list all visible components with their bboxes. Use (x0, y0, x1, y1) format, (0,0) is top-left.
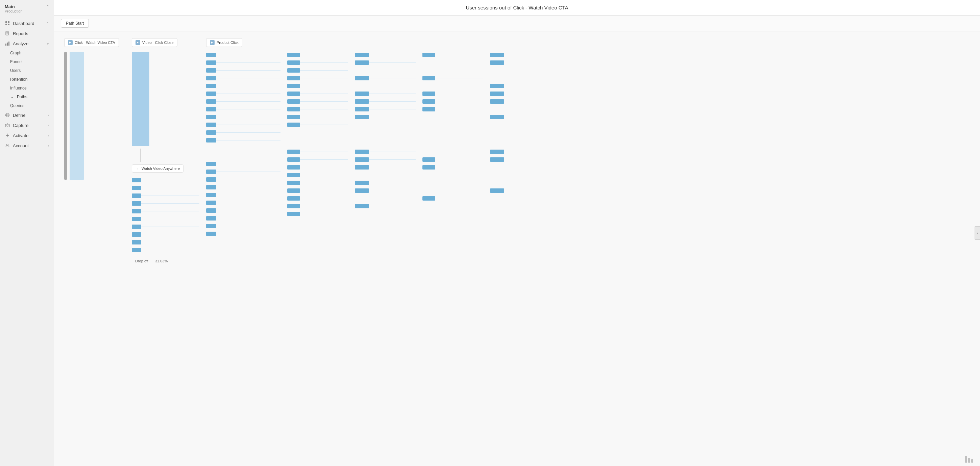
row-item (422, 195, 483, 201)
row-item (490, 114, 551, 120)
viz-layout: → Watch Video Anywhere (61, 52, 973, 265)
row-line (141, 203, 199, 204)
row-block (422, 157, 435, 162)
row-item (206, 207, 280, 213)
sidebar-item-reports[interactable]: Reports (0, 29, 54, 38)
row-line (369, 55, 416, 55)
camera-icon (5, 122, 10, 128)
row-item (422, 52, 483, 58)
row-item (206, 98, 280, 105)
row-item (355, 114, 416, 120)
col5-gap (355, 128, 416, 149)
svg-point-13 (7, 115, 8, 116)
row-item (206, 106, 280, 112)
flow-wrapper: Click - Watch Video CTA Video - Click Cl… (61, 35, 973, 268)
node2-icon (135, 40, 140, 45)
row-block (206, 107, 216, 111)
sidebar-item-dashboard[interactable]: Dashboard ⌃ (0, 18, 54, 29)
row-line (369, 62, 416, 63)
col7-gap (490, 128, 551, 149)
sidebar-item-paths[interactable]: → Paths (0, 92, 54, 101)
row-item (355, 59, 416, 65)
col4-rows-lower (287, 149, 348, 217)
sidebar-graph-label: Graph (10, 51, 21, 55)
row-item (355, 98, 416, 105)
right-collapse-button[interactable]: › (975, 226, 980, 240)
row-block (206, 224, 216, 228)
row-line (300, 94, 348, 94)
row-item (355, 67, 416, 73)
row-block (206, 122, 216, 127)
row-item (355, 156, 416, 162)
sidebar-item-graph[interactable]: Graph (0, 49, 54, 57)
row-line (300, 78, 348, 78)
row-item (287, 114, 348, 120)
sidebar-item-users[interactable]: Users (0, 66, 54, 75)
col3-header: Product Click (203, 38, 284, 49)
node4-header: → Watch Video Anywhere (132, 165, 183, 173)
row-block (287, 122, 300, 127)
row-item (490, 67, 551, 73)
row-block (206, 84, 216, 88)
sidebar-item-capture[interactable]: Capture › (0, 120, 54, 130)
sidebar-item-funnel[interactable]: Funnel (0, 57, 54, 66)
sidebar-item-account[interactable]: Account › (0, 141, 54, 151)
row-item (132, 216, 199, 222)
sidebar-item-retention[interactable]: Retention (0, 75, 54, 84)
sidebar-item-define[interactable]: Define › (0, 110, 54, 120)
row-item (287, 52, 348, 58)
svg-rect-14 (5, 124, 10, 127)
row-item (206, 215, 280, 221)
row-item (132, 223, 199, 230)
row-item (206, 161, 280, 167)
col2-separator (140, 149, 141, 162)
row-block (287, 107, 300, 111)
row-line (300, 152, 348, 152)
sidebar-item-analyze[interactable]: Analyze ∨ (0, 38, 54, 49)
row-item (287, 59, 348, 65)
row-block (490, 157, 504, 162)
row-item (355, 106, 416, 112)
row-item (132, 200, 199, 206)
col2-rows: → Watch Video Anywhere (132, 52, 199, 254)
row-item (287, 75, 348, 81)
row-item (206, 223, 280, 229)
row-line (300, 86, 348, 86)
svg-rect-0 (5, 21, 7, 23)
sidebar-main[interactable]: Main ⌃ (5, 4, 49, 9)
row-item (287, 156, 348, 162)
row-block (287, 204, 300, 208)
row-item (490, 52, 551, 58)
row-block (206, 216, 216, 220)
row-block (206, 170, 216, 174)
canvas-area[interactable]: Click - Watch Video CTA Video - Click Cl… (54, 32, 980, 466)
row-block (355, 165, 369, 170)
node4-label: Watch Video Anywhere (142, 166, 180, 171)
path-start-button[interactable]: Path Start (61, 19, 89, 28)
row-line (300, 159, 348, 160)
row-item (287, 67, 348, 73)
row-item (206, 59, 280, 65)
node2-header: Video - Click Close (132, 38, 177, 47)
row-block (132, 201, 141, 206)
row-item (490, 164, 551, 170)
row-item (490, 149, 551, 155)
row-line (216, 125, 280, 125)
row-block (287, 99, 300, 104)
row-block (355, 107, 369, 111)
row-item (206, 200, 280, 206)
bottom-logo (965, 456, 973, 463)
row-item (287, 203, 348, 209)
sidebar-item-activate[interactable]: Activate › (0, 130, 54, 141)
row-item (206, 114, 280, 120)
sidebar-env: Production (5, 9, 49, 13)
sidebar-item-influence[interactable]: Influence (0, 84, 54, 92)
row-item (490, 180, 551, 186)
person-icon (5, 143, 10, 148)
row-item (206, 83, 280, 89)
sidebar-item-queries[interactable]: Queries (0, 101, 54, 110)
row-item (206, 52, 280, 58)
col4-header (284, 38, 352, 49)
col7-content (487, 52, 554, 265)
row-item (490, 59, 551, 65)
